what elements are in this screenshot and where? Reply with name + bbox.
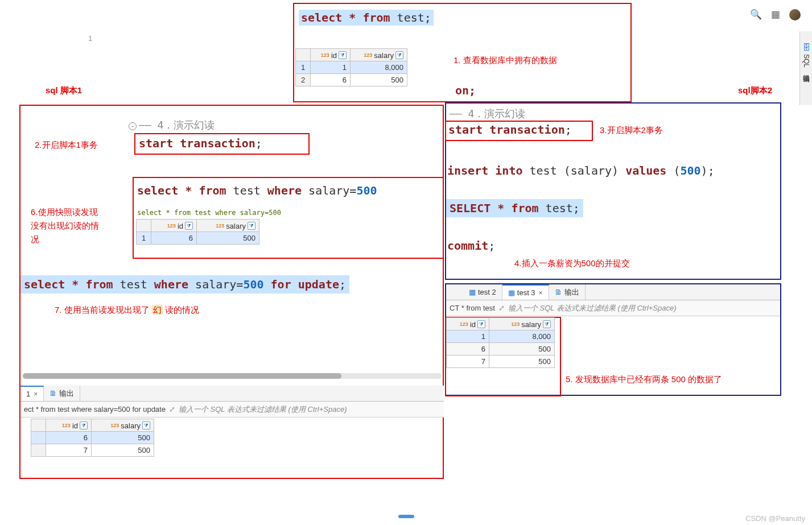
sql-start-tx-right: start transaction; [446, 122, 574, 138]
sql-select-right: SELECT * from test; [446, 199, 583, 217]
grid-snap-header: 123id⧩ 123salary⧩ [137, 220, 259, 232]
sql-comment-right: —— 4．演示幻读 [450, 107, 525, 121]
expand-icon[interactable]: ⤢ [169, 405, 175, 414]
label-step1: 1. 查看数据库中拥有的数据 [454, 55, 557, 66]
table-row[interactable]: 7500 [31, 444, 154, 457]
close-icon[interactable]: × [539, 289, 543, 297]
filter-hint-right[interactable]: 输入一个 SQL 表达式来过滤结果 (使用 Ctrl+Space) [508, 303, 677, 313]
filterbar-right: CT * from test ⤢ 输入一个 SQL 表达式来过滤结果 (使用 C… [446, 300, 780, 316]
panel-icon[interactable]: ▦ [771, 9, 780, 20]
label-script1: sql 脚本1 [46, 85, 82, 96]
box-select-where: select * from test where salary=500 sele… [133, 177, 444, 259]
table-row[interactable]: 16500 [137, 232, 259, 245]
avatar[interactable] [789, 9, 801, 20]
sql-start-tx-left: start transaction; [135, 134, 266, 152]
table-icon: ▦ [469, 288, 476, 296]
search-icon[interactable]: 🔍 [750, 9, 762, 20]
output-icon: 🗎 [50, 389, 57, 398]
filter-sql-right: CT * from test [450, 304, 495, 312]
box-start-tx-left: start transaction; [134, 133, 310, 155]
filter-sql-left: ect * from test where salary=500 for upd… [24, 405, 166, 414]
table-row[interactable]: 7500 [447, 355, 555, 368]
label-step2: 2.开启脚本1事务 [35, 140, 98, 151]
label-step7: 7. 使用当前读发现出现了 幻 读的情况 [55, 305, 199, 316]
sql-select-where: select * from test where salary=500 [137, 184, 377, 197]
tabbar-right: ▦test 2 ▦test 3× 🗎输出 [446, 284, 780, 300]
sql-editor-label[interactable]: SQL 编辑器 [801, 54, 811, 69]
tabbar-left: 1× 🗎输出 [20, 386, 444, 402]
grid-top: 123id⧩ 123salary⧩ 118,000 26500 [295, 48, 407, 86]
tab-test2[interactable]: ▦test 2 [463, 284, 502, 300]
watermark: CSDN @Peanutty [745, 514, 805, 523]
grid-bottom-header: 123id⧩ 123salary⧩ [31, 419, 154, 432]
grid-top-header: 123id⧩ 123salary⧩ [296, 49, 407, 61]
table-row[interactable]: 118,000 [296, 61, 407, 74]
table-icon: ▦ [508, 288, 515, 297]
tab-output-left[interactable]: 🗎输出 [44, 386, 80, 401]
tab-test3[interactable]: ▦test 3× [502, 284, 549, 300]
box-start-tx-right: start transaction; [445, 121, 593, 141]
table-row[interactable]: 26500 [296, 74, 407, 86]
box-step1: select * from test; 1. 查看数据库中拥有的数据 123id… [293, 3, 632, 102]
filter-icon[interactable]: ⧩ [339, 51, 347, 59]
box-script2-code: —— 4．演示幻读 start transaction; 3.开启脚本2事务 i… [445, 102, 781, 280]
gutter-line-1: 1 [88, 34, 92, 43]
grid-right3: 123id⧩ 123salary⧩ 18,000 6500 7500 [446, 317, 555, 368]
label-step4: 4.插入一条薪资为500的并提交 [514, 258, 630, 269]
scrollbar-h[interactable] [23, 373, 442, 379]
sql-insert: insert into test (salary) values (500); [447, 164, 715, 177]
label-step5: 5. 发现数据库中已经有两条 500 的数据了 [566, 374, 722, 385]
grid-right3-header: 123id⧩ 123salary⧩ [447, 318, 555, 330]
grid-bottom: 123id⧩ 123salary⧩ 6500 7500 [31, 419, 154, 457]
sql-select-top: select * from test; [299, 10, 434, 26]
table-row[interactable]: 18,000 [447, 330, 555, 343]
table-row[interactable]: 6500 [31, 432, 154, 444]
label-script2: sql脚本2 [738, 85, 772, 96]
top-right-toolbar: 🔍 ▦ [750, 9, 801, 20]
sql-select-for-update: select * from test where salary=500 for … [20, 275, 349, 293]
tab-output-right[interactable]: 🗎输出 [549, 284, 586, 300]
small-sql-where: select * from test where salary=500 [137, 209, 281, 217]
close-icon[interactable]: × [34, 390, 38, 398]
filter-icon[interactable]: ⧩ [477, 320, 485, 328]
filter-icon[interactable]: ⧩ [142, 421, 150, 429]
sql-commit: commit; [447, 239, 495, 253]
sql-editor-icon[interactable]: 🗄 [802, 43, 810, 52]
expand-icon[interactable]: ⤢ [498, 304, 505, 312]
output-icon: 🗎 [555, 288, 562, 296]
grid-snap: 123id⧩ 123salary⧩ 16500 [136, 219, 259, 245]
sql-comment-left: -—— 4．演示幻读 [129, 118, 215, 132]
box-script1: -—— 4．演示幻读 start transaction; 2.开启脚本1事务 … [19, 105, 444, 479]
bottom-handle[interactable] [398, 515, 414, 518]
filter-icon[interactable]: ⧩ [395, 51, 403, 59]
filter-icon[interactable]: ⧩ [185, 222, 193, 230]
filter-icon[interactable]: ⧩ [543, 320, 551, 328]
box-script2-results: ▦test 2 ▦test 3× 🗎输出 CT * from test ⤢ 输入… [445, 283, 781, 396]
filter-icon[interactable]: ⧩ [80, 421, 88, 429]
right-sidebar: 🗄 SQL 编辑器 [799, 31, 812, 105]
filterbar-left: ect * from test where salary=500 for upd… [20, 402, 444, 417]
label-step6: 6.使用快照读发现 没有出现幻读的情 况 [31, 205, 99, 246]
filter-icon[interactable]: ⧩ [248, 222, 255, 230]
table-row[interactable]: 6500 [447, 343, 555, 355]
filter-hint-left[interactable]: 输入一个 SQL 表达式来过滤结果 (使用 Ctrl+Space) [179, 404, 347, 415]
tab-1[interactable]: 1× [20, 386, 44, 401]
label-step3: 3.开启脚本2事务 [600, 125, 663, 136]
